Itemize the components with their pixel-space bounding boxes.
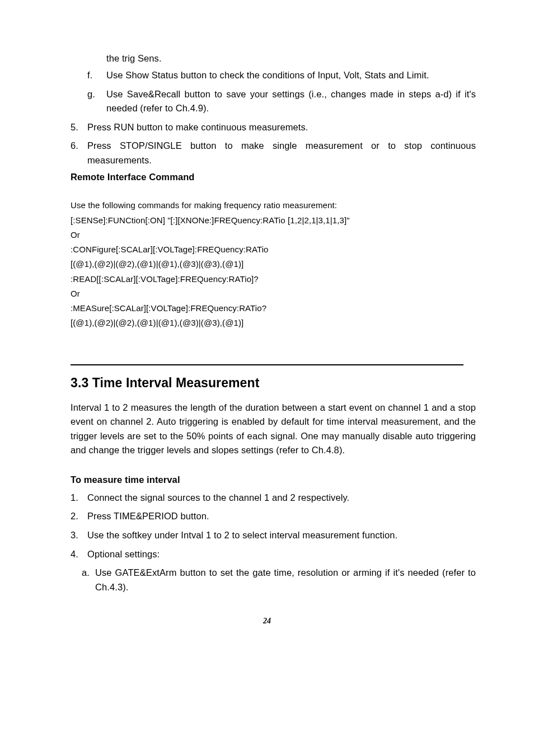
list-text: Use GATE&ExtArm button to set the gate t… — [95, 566, 476, 594]
list-text: Press RUN button to make continuous meas… — [87, 120, 476, 135]
list-marker: f. — [87, 68, 106, 83]
list-marker: 5. — [71, 120, 87, 135]
list-marker: g. — [87, 87, 106, 116]
code-line: Use the following commands for making fr… — [71, 198, 476, 213]
continued-list-text: the trig Sens. — [106, 53, 476, 64]
list-item-3: 3. Use the softkey under Intval 1 to 2 t… — [71, 528, 476, 543]
list-marker: 2. — [71, 509, 87, 524]
list-item-6: 6. Press STOP/SINGLE button to make sing… — [71, 139, 476, 167]
section-paragraph: Interval 1 to 2 measures the length of t… — [71, 401, 476, 458]
list-marker: 1. — [71, 491, 87, 505]
list-text: Connect the signal sources to the channe… — [87, 491, 476, 505]
list-text: Use Save&Recall button to save your sett… — [106, 87, 476, 116]
list-marker: 6. — [71, 139, 87, 167]
code-line: :READ[[:SCALar][:VOLTage]:FREQuency:RATi… — [71, 272, 476, 287]
remote-interface-heading: Remote Interface Command — [71, 172, 476, 182]
list-marker: 3. — [71, 528, 87, 543]
code-line: [:SENSe]:FUNCtion[:ON] "[:][XNONe:]FREQu… — [71, 213, 476, 228]
section-heading-3-3: 3.3 Time Interval Measurement — [71, 375, 476, 391]
command-code-block: Use the following commands for making fr… — [71, 198, 476, 330]
code-line: [(@1),(@2)|(@2),(@1)|(@1),(@3)|(@3),(@1)… — [71, 316, 476, 330]
list-text: Use the softkey under Intval 1 to 2 to s… — [87, 528, 476, 543]
code-line: :MEASure[:SCALar][:VOLTage]:FREQuency:RA… — [71, 301, 476, 316]
page-number: 24 — [58, 617, 476, 626]
list-text: Optional settings: — [87, 547, 476, 562]
list-item-g: g. Use Save&Recall button to save your s… — [87, 87, 476, 116]
section-divider — [71, 364, 463, 365]
list-item-4: 4. Optional settings: — [71, 547, 476, 562]
list-marker: 4. — [71, 547, 87, 562]
list-text: Use Show Status button to check the cond… — [106, 68, 476, 83]
list-item-4a: a. Use GATE&ExtArm button to set the gat… — [82, 566, 476, 594]
list-item-2: 2. Press TIME&PERIOD button. — [71, 509, 476, 524]
code-line: :CONFigure[:SCALar][:VOLTage]:FREQuency:… — [71, 242, 476, 257]
list-item-1: 1. Connect the signal sources to the cha… — [71, 491, 476, 505]
subsection-heading: To measure time interval — [71, 475, 476, 485]
code-line: [(@1),(@2)|(@2),(@1)|(@1),(@3)|(@3),(@1)… — [71, 257, 476, 271]
list-marker: a. — [82, 566, 95, 594]
list-item-f: f. Use Show Status button to check the c… — [87, 68, 476, 83]
list-item-5: 5. Press RUN button to make continuous m… — [71, 120, 476, 135]
list-text: Press TIME&PERIOD button. — [87, 509, 476, 524]
code-line: Or — [71, 228, 476, 242]
list-text: Press STOP/SINGLE button to make single … — [87, 139, 476, 167]
code-line: Or — [71, 287, 476, 301]
